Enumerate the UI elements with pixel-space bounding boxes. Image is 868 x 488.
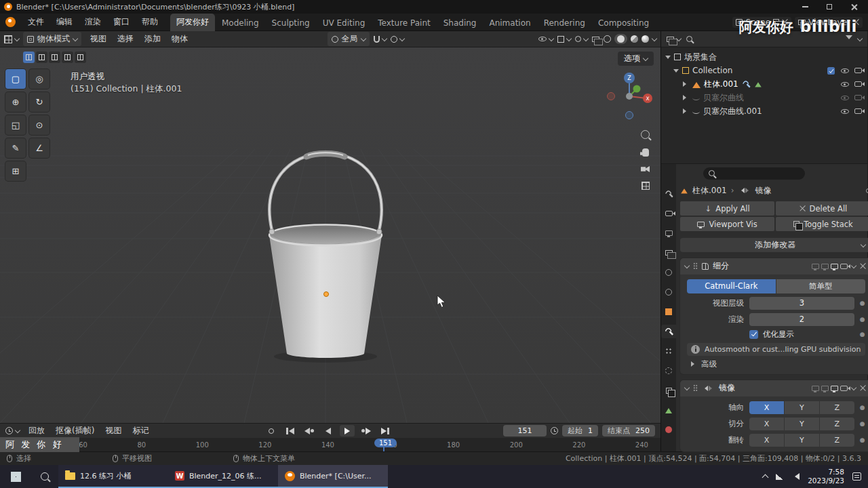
xray-toggle-icon[interactable] <box>592 37 599 42</box>
tab-tool[interactable] <box>661 187 676 201</box>
navigation-gizmo[interactable]: Z X <box>604 69 655 123</box>
unlink-scene-icon[interactable] <box>782 19 788 25</box>
edit-mode-toggle-icon[interactable] <box>812 386 819 391</box>
overlays-dropdown[interactable] <box>575 36 588 42</box>
disclosure-icon[interactable] <box>683 81 689 87</box>
cage-toggle-icon[interactable] <box>821 386 829 391</box>
modifier-header[interactable]: 细分 <box>680 258 868 274</box>
start-button[interactable] <box>0 465 31 488</box>
realtime-toggle-icon[interactable] <box>831 264 838 269</box>
network-icon[interactable] <box>776 474 783 480</box>
taskbar-app-blender[interactable]: Blender* [C:\User... <box>278 465 388 488</box>
outliner-search-icon[interactable] <box>686 36 692 42</box>
play-reverse-button[interactable] <box>321 425 336 436</box>
levels-render-field[interactable]: 2 <box>749 313 854 326</box>
new-scene-icon[interactable] <box>773 19 779 25</box>
modifier-header[interactable]: 镜像 <box>680 380 868 396</box>
disable-render-icon[interactable] <box>854 95 862 100</box>
measure-tool[interactable]: ∠ <box>29 138 50 158</box>
collapse-icon[interactable] <box>684 263 690 268</box>
extras-dropdown-icon[interactable] <box>850 384 856 390</box>
select-box-tool[interactable]: ▢ <box>5 69 26 89</box>
taskbar-search-button[interactable] <box>31 465 58 488</box>
tab-object[interactable] <box>661 305 676 319</box>
scale-tool[interactable]: ◱ <box>5 115 26 135</box>
viewport-menu-item[interactable]: 添加 <box>140 32 165 46</box>
delete-all-button[interactable]: Delete All <box>776 201 868 216</box>
timeline-menu-item[interactable]: 抠像(插帧) <box>51 424 99 437</box>
play-button[interactable] <box>340 425 355 436</box>
current-frame-field[interactable]: 151 <box>503 425 547 436</box>
animate-dot[interactable]: ● <box>860 331 865 338</box>
disclosure-icon[interactable] <box>683 108 689 114</box>
workspace-tab[interactable]: 阿发你好 <box>170 14 215 31</box>
add-modifier-button[interactable]: 添加修改器 <box>680 238 868 252</box>
playhead-badge[interactable]: 151 <box>374 439 397 447</box>
next-keyframe-button[interactable] <box>359 425 374 436</box>
gizmos-dropdown[interactable] <box>557 36 571 43</box>
timeline-menu-item[interactable]: 标记 <box>127 424 153 437</box>
rendered-shading-icon[interactable] <box>642 35 649 43</box>
pin-icon[interactable] <box>866 188 868 193</box>
realtime-toggle-icon[interactable] <box>831 386 838 391</box>
tab-object-data[interactable] <box>661 403 676 417</box>
disable-render-icon[interactable] <box>854 108 862 114</box>
menu-item[interactable]: 渲染 <box>79 15 106 29</box>
camera-view-icon[interactable] <box>641 166 650 172</box>
menu-item[interactable]: 文件 <box>22 15 50 29</box>
toggle-stack-button[interactable]: Toggle Stack <box>776 217 868 231</box>
properties-search-input[interactable] <box>703 167 805 180</box>
tab-scene[interactable] <box>661 266 676 279</box>
axis-button[interactable]: Z <box>820 401 854 414</box>
extras-dropdown-icon[interactable] <box>850 263 856 268</box>
visibility-dropdown[interactable] <box>538 37 553 41</box>
maximize-button[interactable] <box>819 1 840 13</box>
viewport-vis-button[interactable]: Viewport Vis <box>680 217 774 231</box>
blender-logo-icon[interactable] <box>5 17 16 27</box>
minimize-button[interactable] <box>795 1 815 13</box>
breadcrumb-modifier[interactable]: 镜像 <box>755 185 772 197</box>
menu-item[interactable]: 窗口 <box>108 15 135 29</box>
animate-dot[interactable]: ● <box>860 436 865 443</box>
timeline-editor-type-button[interactable] <box>5 427 20 434</box>
tab-render[interactable] <box>661 207 676 220</box>
filter-icon[interactable] <box>846 35 852 43</box>
timeline-ruler[interactable]: 406080100120140160180200220240 151 <box>0 438 660 451</box>
flip-button[interactable]: Z <box>820 434 854 447</box>
hide-viewport-icon[interactable] <box>841 68 849 73</box>
tab-constraints[interactable] <box>661 384 676 397</box>
taskbar-app-folder[interactable]: 12.6 练习 小桶 <box>58 465 168 488</box>
tab-modifiers[interactable] <box>661 325 676 338</box>
subdivision-type-button[interactable]: 简单型 <box>776 279 865 293</box>
collection-checkbox[interactable] <box>827 66 835 74</box>
viewport-3d[interactable]: ▢ ◎ ⊕ ↻ ◱ ⊙ ✎ ∠ ⊞ 用户透视 (151) Collection … <box>0 47 660 423</box>
outliner-row-cylinder[interactable]: 柱体.001 <box>682 77 865 91</box>
use-preview-range-icon[interactable] <box>551 427 558 434</box>
hide-viewport-icon[interactable] <box>841 109 849 114</box>
disable-render-icon[interactable] <box>854 68 862 73</box>
drag-handle-icon[interactable] <box>693 384 698 392</box>
bucket-model[interactable] <box>0 47 660 423</box>
animate-dot[interactable]: ● <box>860 300 865 306</box>
hide-viewport-icon[interactable] <box>841 82 849 87</box>
outliner-row-bezier[interactable]: 贝塞尔曲线 <box>682 91 865 104</box>
remove-viewlayer-icon[interactable] <box>853 19 859 25</box>
options-dropdown[interactable]: 选项 <box>618 52 654 66</box>
taskbar-app-document[interactable]: W Blender_12_06 练... <box>168 465 278 488</box>
outliner-row-bezier-001[interactable]: 贝塞尔曲线.001 <box>682 104 865 118</box>
jump-to-start-button[interactable] <box>283 425 298 436</box>
outliner-row-scene-collection[interactable]: 场景集合 <box>665 50 865 64</box>
drag-handle-icon[interactable] <box>693 262 698 270</box>
bisect-button[interactable]: X <box>749 418 784 430</box>
select-extend-button[interactable] <box>36 52 47 63</box>
frame-start-field[interactable]: 起始1 <box>562 425 598 436</box>
workspace-tab[interactable]: Compositing <box>592 16 655 31</box>
animate-dot[interactable]: ● <box>860 316 865 323</box>
move-tool[interactable]: ⊕ <box>5 92 26 112</box>
wireframe-shading-icon[interactable] <box>604 35 611 43</box>
disclosure-icon[interactable] <box>683 95 689 100</box>
rotate-tool[interactable]: ↻ <box>29 92 50 112</box>
workspace-tab[interactable]: Rendering <box>538 16 591 31</box>
axis-button[interactable]: Y <box>785 401 819 414</box>
axis-button[interactable]: X <box>749 401 784 414</box>
